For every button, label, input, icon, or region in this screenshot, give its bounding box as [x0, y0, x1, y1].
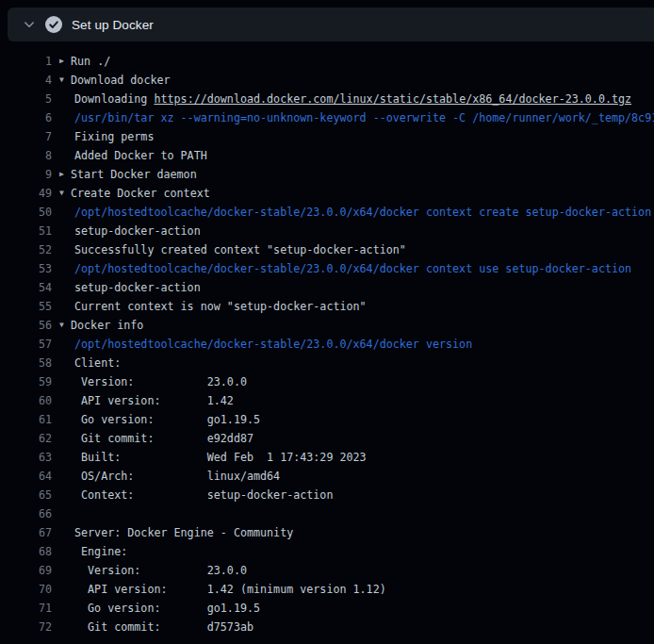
group-title[interactable]: Create Docker context: [71, 187, 210, 200]
line-number-link[interactable]: 60: [0, 394, 52, 407]
group-collapsed-triangle-icon[interactable]: ▶: [59, 52, 71, 71]
log-text: Successfully created context "setup-dock…: [74, 243, 406, 256]
line-number-link[interactable]: 63: [0, 451, 52, 464]
log-line: 53/opt/hostedtoolcache/docker-stable/23.…: [0, 259, 654, 278]
log-line: 50/opt/hostedtoolcache/docker-stable/23.…: [0, 203, 654, 222]
log-text: OS/Arch: linux/amd64: [74, 470, 280, 483]
log-text: Go version: go1.19.5: [74, 602, 260, 615]
log-line: 61 Go version: go1.19.5: [0, 410, 654, 429]
log-line: 68 Engine:: [0, 542, 654, 561]
step-header[interactable]: Set up Docker: [8, 8, 654, 41]
line-number-link[interactable]: 56: [0, 319, 52, 332]
line-number-link[interactable]: 57: [0, 338, 52, 351]
log-line: 67Server: Docker Engine - Community: [0, 523, 654, 542]
log-text: Server: Docker Engine - Community: [74, 526, 293, 539]
line-number-link[interactable]: 68: [0, 545, 52, 558]
log-text: Downloading: [74, 92, 154, 106]
line-number-link[interactable]: 59: [0, 375, 52, 388]
log-group-header[interactable]: 1▶Run ./: [0, 52, 654, 71]
step-title: Set up Docker: [72, 18, 154, 32]
log-text: Engine:: [74, 545, 127, 558]
log-group-header[interactable]: 4▼Download docker: [0, 71, 654, 90]
line-number-link[interactable]: 72: [0, 620, 52, 634]
workflow-log-panel: Set up Docker 1▶Run ./4▼Download docker5…: [0, 0, 654, 644]
command-text: /opt/hostedtoolcache/docker-stable/23.0.…: [74, 262, 631, 275]
log-text: Git commit: d7573ab: [74, 620, 253, 634]
log-group-header[interactable]: 49▼Create Docker context: [0, 184, 654, 203]
log-text: Added Docker to PATH: [74, 149, 207, 162]
line-number-link[interactable]: 6: [0, 111, 52, 124]
line-number-link[interactable]: 1: [0, 55, 52, 68]
check-circle-icon: [45, 16, 62, 33]
log-line: 55Current context is now "setup-docker-a…: [0, 297, 654, 316]
line-number-link[interactable]: 61: [0, 413, 52, 426]
log-line: 7Fixing perms: [0, 127, 654, 146]
log-text: Git commit: e92dd87: [74, 432, 253, 445]
log-line: 70 API version: 1.42 (minimum version 1.…: [0, 580, 654, 599]
log-text: Version: 23.0.0: [74, 564, 247, 577]
log-text: setup-docker-action: [74, 281, 201, 294]
line-number-link[interactable]: 54: [0, 281, 52, 294]
group-expanded-triangle-icon[interactable]: ▼: [59, 316, 71, 335]
log-text: API version: 1.42: [74, 394, 234, 407]
log-group-header[interactable]: 56▼Docker info: [0, 316, 654, 335]
log-line: 5Downloading https://download.docker.com…: [0, 90, 654, 108]
log-text: Downloading https://download.docker.com/…: [74, 92, 631, 106]
line-number-link[interactable]: 71: [0, 602, 52, 615]
log-viewer: 1▶Run ./4▼Download docker5Downloading ht…: [0, 52, 654, 636]
line-number-link[interactable]: 50: [0, 206, 52, 219]
line-number-link[interactable]: 49: [0, 187, 52, 200]
line-number-link[interactable]: 8: [0, 149, 52, 162]
log-line: 66: [0, 504, 654, 523]
log-line: 6/usr/bin/tar xz --warning=no-unknown-ke…: [0, 108, 654, 127]
chevron-down-icon[interactable]: [22, 17, 37, 32]
line-number-link[interactable]: 52: [0, 243, 52, 256]
line-number-link[interactable]: 70: [0, 583, 52, 596]
log-text: Fixing perms: [74, 130, 154, 143]
log-line: 65 Context: setup-docker-action: [0, 486, 654, 504]
line-number-link[interactable]: 7: [0, 130, 52, 143]
line-number-link[interactable]: 51: [0, 224, 52, 238]
log-text: Version: 23.0.0: [74, 375, 247, 388]
log-line: 69 Version: 23.0.0: [0, 561, 654, 580]
line-number-link[interactable]: 9: [0, 168, 52, 181]
line-number-link[interactable]: 58: [0, 356, 52, 370]
log-text: Go version: go1.19.5: [74, 413, 260, 426]
command-text: /usr/bin/tar xz --warning=no-unknown-key…: [74, 111, 654, 124]
log-line: 59 Version: 23.0.0: [0, 372, 654, 391]
line-number-link[interactable]: 62: [0, 432, 52, 445]
log-line: 8Added Docker to PATH: [0, 146, 654, 165]
group-expanded-triangle-icon[interactable]: ▼: [59, 184, 71, 203]
log-line: 57/opt/hostedtoolcache/docker-stable/23.…: [0, 335, 654, 354]
group-title[interactable]: Start Docker daemon: [71, 168, 197, 181]
line-number-link[interactable]: 65: [0, 488, 52, 502]
line-number-link[interactable]: 69: [0, 564, 52, 577]
log-line: 58Client:: [0, 354, 654, 372]
line-number-link[interactable]: 4: [0, 74, 52, 87]
log-text: Client:: [74, 356, 121, 370]
group-collapsed-triangle-icon[interactable]: ▶: [59, 165, 71, 184]
line-number-link[interactable]: 64: [0, 470, 52, 483]
download-url-link[interactable]: https://download.docker.com/linux/static…: [154, 92, 631, 106]
line-number-link[interactable]: 5: [0, 92, 52, 106]
log-line: 63 Built: Wed Feb 1 17:43:29 2023: [0, 448, 654, 467]
line-number-link[interactable]: 55: [0, 300, 52, 313]
group-expanded-triangle-icon[interactable]: ▼: [59, 71, 71, 90]
line-number-link[interactable]: 66: [0, 507, 52, 520]
group-title[interactable]: Run ./: [71, 55, 110, 68]
log-text: Built: Wed Feb 1 17:43:29 2023: [74, 451, 367, 464]
log-line: 62 Git commit: e92dd87: [0, 429, 654, 448]
group-title[interactable]: Download docker: [71, 74, 171, 87]
log-text: Context: setup-docker-action: [74, 488, 333, 502]
log-line: 71 Go version: go1.19.5: [0, 599, 654, 618]
log-text: Current context is now "setup-docker-act…: [74, 300, 367, 313]
line-number-link[interactable]: 67: [0, 526, 52, 539]
group-title[interactable]: Docker info: [71, 319, 143, 332]
line-number-link[interactable]: 53: [0, 262, 52, 275]
command-text: /opt/hostedtoolcache/docker-stable/23.0.…: [74, 338, 472, 351]
log-text: setup-docker-action: [74, 224, 201, 238]
log-line: 51setup-docker-action: [0, 222, 654, 240]
log-group-header[interactable]: 9▶Start Docker daemon: [0, 165, 654, 184]
log-line: 64 OS/Arch: linux/amd64: [0, 467, 654, 486]
log-line: 60 API version: 1.42: [0, 391, 654, 410]
